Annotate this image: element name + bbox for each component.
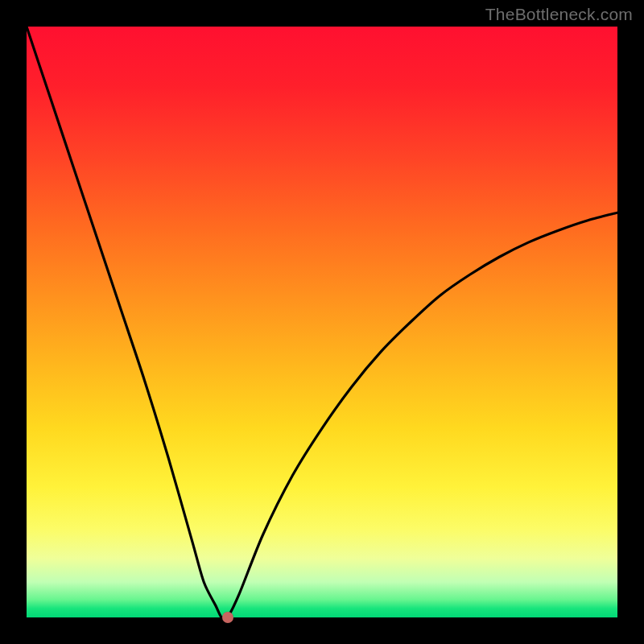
curve-path [27,27,617,617]
watermark-text: TheBottleneck.com [485,5,633,24]
plot-area [27,27,617,617]
chart-frame: TheBottleneck.com [0,0,644,644]
optimal-point-marker [222,612,233,623]
bottleneck-curve [27,27,617,617]
